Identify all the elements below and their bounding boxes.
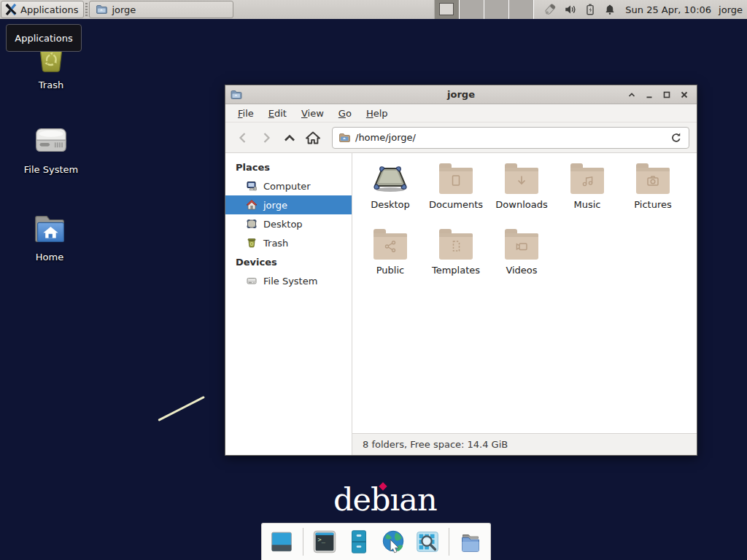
sidebar: Places Computer [225,153,352,455]
desktop-icon-label: Home [36,252,63,262]
tool-icon[interactable] [543,2,557,17]
maximize-button[interactable] [660,88,673,101]
file-item-label: Desktop [371,199,410,210]
menu-file[interactable]: File [231,106,261,121]
sidebar-header-devices: Devices [225,252,352,271]
file-grid: Desktop Documents [352,153,697,433]
workspace-2[interactable] [460,0,484,19]
workspace-window-thumb [439,3,454,15]
public-glyph-icon [383,239,398,254]
panel-username[interactable]: jorge [719,4,743,15]
file-item-label: Downloads [495,199,547,210]
menu-help[interactable]: Help [359,106,395,121]
workspace-3[interactable] [484,0,509,19]
sidebar-item-label: File System [263,276,317,287]
file-item-downloads[interactable]: Downloads [489,162,554,210]
videos-glyph-icon [514,239,529,254]
path-folder-icon [338,132,350,144]
battery-icon[interactable] [584,3,597,16]
forward-button[interactable] [256,128,276,148]
documents-glyph-icon [449,174,463,188]
file-manager-launcher[interactable] [455,526,486,557]
file-item-public[interactable]: Public [358,228,422,276]
web-browser-launcher[interactable] [378,526,409,557]
file-item-pictures[interactable]: Pictures [621,162,685,210]
downloads-glyph-icon [514,174,529,188]
taskbar-item-jorge[interactable]: jorge [89,1,233,18]
sidebar-item-trash[interactable]: Trash [225,233,352,252]
file-manager-window: jorge File Edit View Go Help [225,85,697,456]
system-tray [543,2,616,17]
file-item-label: Pictures [634,199,671,210]
panel-separator-handle[interactable] [85,3,88,16]
content-column: Desktop Documents [352,153,697,455]
app-finder-launcher[interactable] [412,526,443,557]
terminal-launcher[interactable]: >_ [309,526,340,557]
computer-icon [246,180,258,192]
top-panel: Applications jorge [0,0,747,19]
show-desktop-icon [268,528,295,556]
path-input[interactable]: /home/jorge/ [355,132,665,143]
desktop: Applications jorge [0,0,747,560]
sidebar-item-jorge[interactable]: jorge [225,195,352,214]
file-cabinet-icon [345,528,373,556]
terminal-prompt-glyph: >_ [318,536,326,543]
home-icon [246,199,258,211]
file-item-label: Music [574,199,601,210]
stray-line-artifact [158,396,205,421]
notification-bell-icon[interactable] [603,3,616,16]
file-item-label: Documents [429,199,483,210]
hard-drive-icon [246,275,258,287]
menubar: File Edit View Go Help [225,104,697,122]
pictures-glyph-icon [646,174,660,188]
bottom-dock: >_ [261,523,491,560]
reload-icon[interactable] [670,131,683,144]
menu-go[interactable]: Go [331,106,359,121]
workspace-1[interactable] [435,0,460,19]
file-cabinet-launcher[interactable] [344,526,374,557]
window-body: Places Computer [225,153,697,455]
home-button[interactable] [303,128,323,148]
workspace-switcher [434,0,534,19]
desktop-folder-icon [371,163,409,194]
applications-button[interactable]: Applications [1,1,84,18]
show-desktop-button[interactable] [266,526,297,557]
close-button[interactable] [678,88,691,101]
file-item-desktop[interactable]: Desktop [358,162,422,210]
sidebar-item-label: Computer [263,181,311,192]
desktop-icon-home[interactable]: Home [13,211,86,262]
applications-tooltip: Applications [6,24,82,52]
applications-label: Applications [20,4,78,15]
file-item-documents[interactable]: Documents [424,162,488,210]
panel-clock[interactable]: Sun 25 Apr, 10:06 [625,4,711,15]
desktop-icon-label: Trash [39,79,63,90]
sidebar-item-label: Trash [263,238,288,249]
window-titlebar[interactable]: jorge [225,85,697,104]
menu-edit[interactable]: Edit [261,106,294,121]
sidebar-item-file-system[interactable]: File System [225,271,352,290]
desktop-icon-file-system[interactable]: File System [15,124,88,175]
file-item-music[interactable]: Music [555,162,619,210]
sidebar-item-computer[interactable]: Computer [225,176,352,195]
taskbar-item-label: jorge [112,4,136,15]
status-text: 8 folders, Free space: 14.4 GiB [363,439,508,450]
file-item-templates[interactable]: Templates [424,228,488,276]
music-glyph-icon [580,174,595,188]
sidebar-item-label: Desktop [263,219,303,230]
file-item-label: Templates [432,265,480,276]
sidebar-item-desktop[interactable]: Desktop [225,214,352,233]
desktop-icon [246,218,258,230]
volume-icon[interactable] [564,3,577,16]
file-item-videos[interactable]: Videos [489,228,554,276]
up-button[interactable] [279,128,300,148]
desktop-icon-label: File System [24,164,78,175]
path-bar[interactable]: /home/jorge/ [332,127,689,149]
menu-view[interactable]: View [294,106,331,121]
shade-button[interactable] [625,88,638,101]
workspace-4[interactable] [509,0,534,19]
back-button[interactable] [233,128,253,148]
app-finder-icon [414,528,441,556]
minimize-button[interactable] [643,88,656,101]
toolbar: /home/jorge/ [225,122,697,153]
window-controls [625,88,697,101]
